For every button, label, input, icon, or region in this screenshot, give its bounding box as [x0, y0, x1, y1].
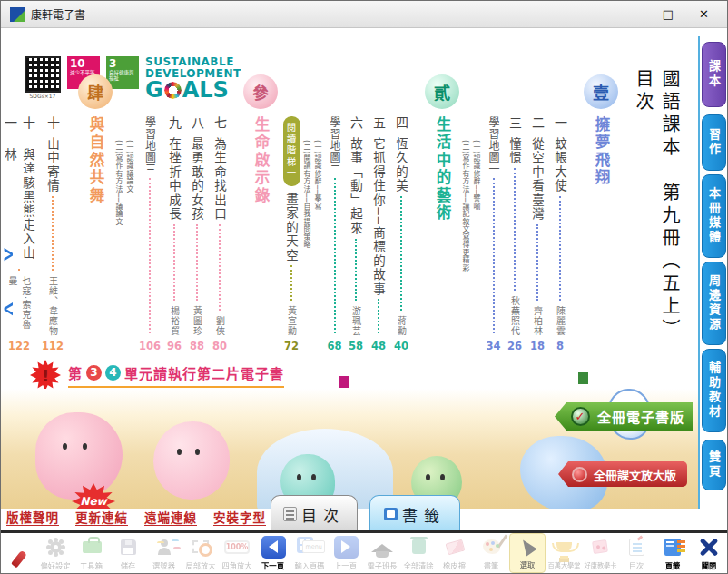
unit-1: 壹 擁夢飛翔 一蚊帳大使 陳麗雲8 二從空中看臺灣 齊柏林18 三憧憬 秋蕪照代…: [459, 69, 618, 352]
toc-reading-ladder-1[interactable]: 閱讀階梯一 畫家的天空 黃宣勳 72: [282, 69, 300, 352]
toolbox-icon: [83, 541, 102, 553]
tool-enter-page-number[interactable]: menu 輸入頁碼: [291, 533, 328, 573]
toc-map-3-sub-1: (一)認識議論文: [124, 69, 134, 352]
bottom-toolbar: 偏好設定 工具箱 儲存 選號器 局部放大 100% 四角放大: [1, 530, 727, 573]
tool-toolbox[interactable]: 工具箱: [74, 533, 110, 573]
bookmark-tab-icon: [384, 508, 398, 520]
trophy-icon: [556, 542, 572, 552]
warning-unit-3-badge: 3: [86, 365, 102, 381]
app-body: SDGs×17 10 減少不平等 3 良好健康與福祉 SUSTAINABLE D…: [1, 29, 727, 573]
cursor-arrow-icon: [517, 536, 536, 556]
link-remote[interactable]: 遠端連線: [144, 508, 197, 526]
tab-book-media[interactable]: 本冊媒體: [702, 174, 726, 258]
link-fonts[interactable]: 安裝字型: [213, 508, 266, 526]
table-of-contents: 國語課本 第九冊（五上） 目次 壹 擁夢飛翔 一蚊帳大使 陳麗雲8 二從空中看臺…: [26, 69, 684, 352]
app-logo-icon: [10, 7, 25, 22]
tool-number-picker[interactable]: 選號器: [146, 533, 182, 573]
page-number-menu-icon: menu: [297, 537, 322, 558]
unit-4-header: 肆 與自然共舞: [78, 69, 113, 352]
toc-lesson-2[interactable]: 二從空中看臺灣 齊柏林18: [528, 69, 546, 352]
tab-textbook[interactable]: 課本: [702, 42, 726, 107]
tab-double-page[interactable]: 雙頁: [702, 440, 726, 490]
unit-2-badge: 貳: [425, 74, 459, 109]
tool-prev-page[interactable]: 上一頁: [328, 533, 364, 573]
toc-lesson-1[interactable]: 一蚊帳大使 陳麗雲8: [551, 69, 569, 352]
toc-map-2[interactable]: 學習地圖二 68: [327, 69, 342, 352]
unit-4: 肆 與自然共舞 十山中寄情 王維、韋應物112 十一與達駭黑熊走入山林 乜寇·索…: [0, 69, 113, 352]
tool-corner-zoom[interactable]: 100% 四角放大: [219, 533, 255, 573]
maximize-button[interactable]: □: [663, 8, 674, 20]
close-button[interactable]: ✕: [699, 8, 709, 20]
sdg-mini-green-icon: [578, 372, 588, 384]
red-sphere-icon: [572, 467, 587, 482]
tab-auxiliary-materials[interactable]: 輔助教材: [702, 349, 726, 432]
toc-lesson-4[interactable]: 四恆久的美 蔣勳40: [392, 69, 410, 352]
sdg-mini-pink-icon: [339, 376, 349, 388]
eraser-icon: [445, 539, 465, 555]
unit-1-header: 壹 擁夢飛翔: [584, 69, 618, 352]
mascot-pink-2: [153, 421, 230, 500]
link-copyright[interactable]: 版權聲明: [6, 508, 59, 526]
toc-lesson-5[interactable]: 五它抓得住你──商標的故事 48: [369, 69, 388, 352]
right-tab-rail: 課本 習作 本冊媒體 周邊資源 輔助教材 雙頁: [700, 36, 727, 510]
toc-map-3[interactable]: 學習地圖三 106: [139, 69, 161, 352]
unit-3-badge: 參: [243, 74, 278, 109]
tool-close[interactable]: 關閉: [691, 533, 727, 573]
panel-open-chevron[interactable]: >: [3, 240, 15, 268]
checklist-icon: [629, 539, 644, 556]
tool-class-captain[interactable]: 電子班長: [364, 533, 400, 573]
page-tabs-icon: [664, 539, 681, 556]
tool-page-tabs[interactable]: 頁籤: [654, 533, 691, 573]
graduation-cap-icon: [371, 544, 393, 552]
tool-million-school[interactable]: 百萬大學堂: [546, 533, 582, 573]
toc-lesson-8[interactable]: 八最勇敢的女孩 黃圖珍88: [188, 69, 206, 352]
tool-next-page[interactable]: 下一頁: [255, 533, 291, 573]
toc-map-2-sub-2: (二)閱讀有方法──自我提問策略: [301, 69, 311, 352]
toc-lesson-3[interactable]: 三憧憬 秋蕪照代26: [506, 69, 524, 352]
toc-lesson-7[interactable]: 七為生命找出口 劉俠80: [211, 69, 229, 352]
toc-map-1[interactable]: 學習地圖一 34: [486, 69, 501, 352]
warning-unit-4-badge: 4: [105, 365, 121, 381]
tool-eraser[interactable]: 橡皮擦: [437, 533, 473, 573]
unit-3-header: 參 生命啟示錄: [243, 69, 278, 352]
next-page-arrow-icon: [261, 536, 286, 559]
link-update[interactable]: 更新連結: [75, 508, 128, 526]
unit-1-badge: 壹: [584, 74, 618, 109]
title-bar: 康軒電子書 – □ ✕: [1, 1, 727, 28]
toc-map-1-sub-1: (一)認識修辭──譬喻: [471, 69, 481, 352]
tool-paintbrush[interactable]: 畫筆: [473, 533, 509, 573]
bottom-tab-toc[interactable]: 目次: [271, 495, 358, 532]
tool-toc[interactable]: 目次: [618, 533, 654, 573]
full-ebook-button[interactable]: ✓ 全冊電子書版: [555, 402, 693, 430]
book-page: SDGs×17 10 減少不平等 3 良好健康與福祉 SUSTAINABLE D…: [1, 36, 700, 509]
toc-map-1-sub-2: (二)寫作有方法──讓記敘文寫得更精彩: [460, 69, 470, 352]
warning-icon: !: [30, 360, 61, 391]
minimize-button[interactable]: –: [631, 8, 637, 20]
bottom-tab-bookmark[interactable]: 書籤: [369, 495, 460, 532]
close-x-icon: [699, 537, 719, 557]
toc-lesson-9[interactable]: 九在挫折中成長 楊裕貿96: [165, 69, 183, 352]
tool-clear-all[interactable]: 全部清除: [400, 533, 437, 573]
unit-4-badge: 肆: [78, 74, 113, 109]
toc-lesson-6[interactable]: 六故事「動」起來 游珮芸58: [347, 69, 365, 352]
red-pen-icon: [11, 549, 27, 568]
panel-back-chevron[interactable]: <: [3, 294, 15, 322]
tab-workbook[interactable]: 習作: [702, 114, 726, 171]
tool-preferences[interactable]: 偏好設定: [37, 533, 74, 573]
tool-teaching-cards[interactable]: 好康教學卡: [582, 533, 618, 573]
unit-2-header: 貳 生活中的藝術: [425, 69, 459, 352]
tool-red-pen[interactable]: [1, 533, 37, 573]
toc-map-2-sub-1: (一)認識修辭──摹寫: [312, 69, 322, 352]
toc-lesson-10[interactable]: 十山中寄情 王維、韋應物112: [42, 69, 64, 352]
footer-links: 版權聲明 更新連結 遠端連線 安裝字型: [6, 508, 266, 526]
tool-select[interactable]: 選取: [509, 533, 546, 573]
card-icon: [592, 539, 608, 554]
gear-icon: [50, 541, 62, 553]
tool-save[interactable]: 儲存: [110, 533, 146, 573]
tool-partial-zoom[interactable]: 局部放大: [182, 533, 219, 573]
person-picker-icon: [156, 539, 172, 555]
full-text-zoom-button[interactable]: 全冊課文放大版: [558, 461, 687, 487]
app-window: 康軒電子書 – □ ✕ SDGs×17 10 減少不平等 3 良好健康與福祉: [0, 0, 728, 574]
palette-icon: [483, 539, 500, 554]
tab-peripheral-resources[interactable]: 周邊資源: [702, 262, 726, 345]
